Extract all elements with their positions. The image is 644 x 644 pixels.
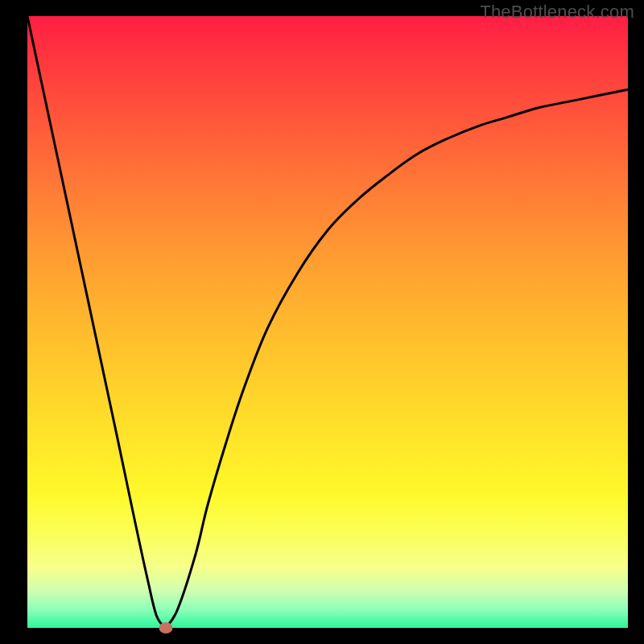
minimum-marker [159,622,172,634]
chart-plot-area [27,16,628,628]
watermark-text: TheBottleneck.com [480,2,634,23]
bottleneck-curve [27,16,628,628]
